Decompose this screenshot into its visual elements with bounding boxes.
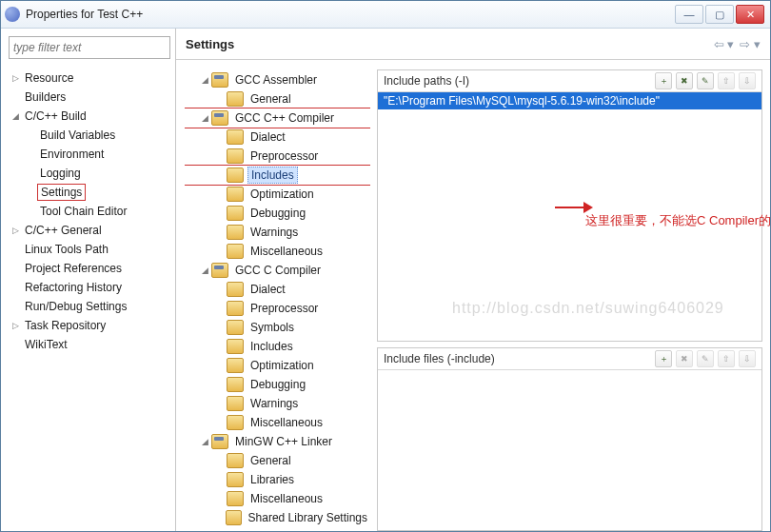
settings-tree-item[interactable]: ◢GCC C Compiler xyxy=(185,261,370,280)
window-title: Properties for Test C++ xyxy=(26,8,675,21)
settings-tree-item[interactable]: Shared Library Settings xyxy=(185,508,370,527)
edit-file-button[interactable]: ✎ xyxy=(697,350,714,367)
settings-tree-item[interactable]: Preprocessor xyxy=(185,299,370,318)
title-bar[interactable]: Properties for Test C++ — ▢ ✕ xyxy=(1,1,770,29)
move-up-file-button[interactable]: ⇧ xyxy=(718,350,735,367)
settings-tree-item[interactable]: Miscellaneous xyxy=(185,489,370,508)
minimize-button[interactable]: — xyxy=(675,5,703,24)
settings-tree-item[interactable]: General xyxy=(185,451,370,470)
include-files-header: Include files (-include) ＋ ✖ ✎ ⇧ ⇩ xyxy=(378,348,761,370)
folder-icon xyxy=(227,472,244,487)
nav-item[interactable]: ▷Resource xyxy=(7,69,171,88)
settings-tree-item[interactable]: Symbols xyxy=(185,318,370,337)
nav-item[interactable]: Linux Tools Path xyxy=(7,240,171,259)
settings-item-label: MinGW C++ Linker xyxy=(232,434,335,449)
settings-tree-item[interactable]: Libraries xyxy=(185,470,370,489)
settings-item-label: GCC Assembler xyxy=(232,72,320,88)
settings-tree-item[interactable]: Miscellaneous xyxy=(185,242,370,261)
nav-item[interactable]: Builders xyxy=(7,88,171,107)
nav-item-label: C/C++ Build xyxy=(22,108,89,124)
settings-tree-item[interactable]: ◢GCC C++ Compiler xyxy=(185,108,370,128)
include-files-list[interactable] xyxy=(378,370,761,530)
nav-item[interactable]: ◢C/C++ Build xyxy=(7,107,171,126)
include-paths-header: Include paths (-I) ＋ ✖ ✎ ⇧ ⇩ xyxy=(378,70,761,92)
include-files-panel: Include files (-include) ＋ ✖ ✎ ⇧ ⇩ xyxy=(377,347,762,531)
settings-tree-item[interactable]: Dialect xyxy=(185,128,370,147)
include-paths-list[interactable]: "E:\Program Files\MySQL\mysql-5.6.19-win… xyxy=(378,92,761,340)
nav-item[interactable]: WikiText xyxy=(7,335,171,354)
add-file-button[interactable]: ＋ xyxy=(655,350,672,367)
folder-icon xyxy=(227,377,244,392)
settings-tree-item[interactable]: Warnings xyxy=(185,394,370,413)
close-button[interactable]: ✕ xyxy=(736,5,764,24)
settings-tree-item[interactable]: Miscellaneous xyxy=(185,413,370,432)
nav-item[interactable]: Tool Chain Editor xyxy=(7,202,171,221)
add-path-button[interactable]: ＋ xyxy=(655,72,672,89)
settings-item-label: Debugging xyxy=(247,206,308,221)
folder-icon xyxy=(227,396,244,411)
settings-tree-item[interactable]: Optimization xyxy=(185,185,370,204)
nav-item[interactable]: Run/Debug Settings xyxy=(7,297,171,316)
move-down-file-button[interactable]: ⇩ xyxy=(739,350,756,367)
filter-input[interactable] xyxy=(9,36,170,59)
main-panel: Settings ⇦ ▾ ⇨ ▾ ◢GCC AssemblerGeneral◢G… xyxy=(176,29,770,531)
nav-item[interactable]: Logging xyxy=(7,164,171,183)
settings-item-label: GCC C++ Compiler xyxy=(232,110,337,126)
include-paths-panel: Include paths (-I) ＋ ✖ ✎ ⇧ ⇩ "E:\Program… xyxy=(377,69,762,342)
edit-path-button[interactable]: ✎ xyxy=(697,72,714,89)
maximize-button[interactable]: ▢ xyxy=(705,5,734,24)
include-path-entry[interactable]: "E:\Program Files\MySQL\mysql-5.6.19-win… xyxy=(378,92,761,109)
nav-item[interactable]: Build Variables xyxy=(7,126,171,145)
settings-item-label: Debugging xyxy=(247,377,308,392)
nav-item-label: WikiText xyxy=(22,337,70,352)
settings-item-label: Preprocessor xyxy=(247,301,321,316)
folder-icon xyxy=(227,301,244,316)
settings-tree-item[interactable]: Includes xyxy=(185,166,370,185)
settings-item-label: Dialect xyxy=(247,129,288,145)
settings-tree-item[interactable]: Includes xyxy=(185,337,370,356)
nav-item-label: Project References xyxy=(22,261,125,276)
nav-item-label: Resource xyxy=(22,70,76,86)
settings-tree-item[interactable]: Dialect xyxy=(185,280,370,299)
settings-tree-item[interactable]: Debugging xyxy=(185,204,370,223)
settings-tree-item[interactable]: Preprocessor xyxy=(185,147,370,166)
settings-tree-item[interactable]: ◢GCC Assembler xyxy=(185,70,370,89)
tree-twisty-icon: ▷ xyxy=(9,226,22,235)
tree-twisty-icon: ◢ xyxy=(198,266,211,275)
nav-item[interactable]: Refactoring History xyxy=(7,278,171,297)
nav-item[interactable]: Environment xyxy=(7,145,171,164)
nav-item[interactable]: ▷Task Repository xyxy=(7,316,171,335)
folder-icon xyxy=(227,358,244,373)
nav-item[interactable]: Settings xyxy=(7,183,171,202)
main-header: Settings ⇦ ▾ ⇨ ▾ xyxy=(176,29,770,60)
nav-item-label: Tool Chain Editor xyxy=(37,204,129,219)
delete-path-button[interactable]: ✖ xyxy=(676,72,693,89)
settings-tree-item[interactable]: General xyxy=(185,89,370,108)
move-up-button[interactable]: ⇧ xyxy=(718,72,735,89)
settings-tree-item[interactable]: Warnings xyxy=(185,223,370,242)
nav-item[interactable]: Project References xyxy=(7,259,171,278)
nav-item-label: C/C++ General xyxy=(22,223,105,238)
folder-icon xyxy=(227,129,244,145)
folder-icon xyxy=(226,510,242,525)
settings-item-label: Libraries xyxy=(247,472,297,487)
nav-item-label: Logging xyxy=(37,166,84,181)
category-sidebar: ▷ResourceBuilders◢C/C++ BuildBuild Varia… xyxy=(1,29,176,531)
settings-item-label: Includes xyxy=(247,339,296,354)
forward-arrow-icon[interactable]: ⇨ ▾ xyxy=(740,37,761,51)
settings-right-panel: Include paths (-I) ＋ ✖ ✎ ⇧ ⇩ "E:\Program… xyxy=(377,69,762,531)
include-files-title: Include files (-include) xyxy=(384,352,495,365)
back-arrow-icon[interactable]: ⇦ ▾ xyxy=(714,37,735,51)
nav-item-label: Build Variables xyxy=(37,128,118,143)
settings-tree-item[interactable]: ◢MinGW C++ Linker xyxy=(185,432,370,451)
settings-tree-item[interactable]: Optimization xyxy=(185,356,370,375)
delete-file-button[interactable]: ✖ xyxy=(676,350,693,367)
nav-item[interactable]: ▷C/C++ General xyxy=(7,221,171,240)
move-down-button[interactable]: ⇩ xyxy=(739,72,756,89)
settings-item-label: Symbols xyxy=(247,320,297,335)
category-tree[interactable]: ▷ResourceBuilders◢C/C++ BuildBuild Varia… xyxy=(1,67,175,531)
wrench-icon xyxy=(211,72,228,88)
tool-settings-tree[interactable]: ◢GCC AssemblerGeneral◢GCC C++ CompilerDi… xyxy=(184,69,371,531)
folder-icon xyxy=(227,148,244,164)
settings-tree-item[interactable]: Debugging xyxy=(185,375,370,394)
